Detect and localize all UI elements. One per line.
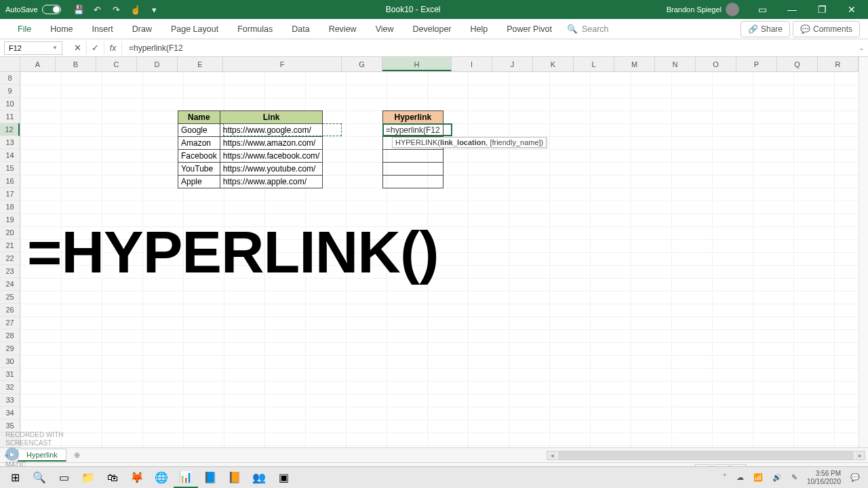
table-cell[interactable] (383, 150, 443, 163)
user-account[interactable]: Brandon Spiegel (660, 3, 746, 16)
accept-formula-icon[interactable]: ✓ (87, 41, 104, 55)
formula-input[interactable]: =hyperlink(F12 (122, 43, 854, 53)
column-headers[interactable]: ABCDEFGHIJKLMNOPQR (20, 57, 859, 72)
worksheet-grid[interactable]: ABCDEFGHIJKLMNOPQR 891011121314151617181… (0, 57, 868, 447)
row-header-18[interactable]: 18 (0, 201, 20, 214)
tab-formulas[interactable]: Formulas (228, 19, 282, 39)
table-cell[interactable]: https://www.google.com/ (220, 124, 323, 137)
share-button[interactable]: 🔗 Share (741, 21, 790, 37)
task-search-icon[interactable]: 🔍 (27, 468, 52, 488)
row-header-20[interactable]: 20 (0, 226, 20, 239)
autosave-toggle[interactable]: AutoSave (0, 5, 66, 14)
maximize-icon[interactable]: ❐ (808, 0, 835, 19)
tab-insert[interactable]: Insert (83, 19, 123, 39)
toggle-off-icon[interactable] (42, 5, 61, 14)
redo-icon[interactable]: ↷ (111, 4, 122, 15)
row-header-25[interactable]: 25 (0, 291, 20, 304)
tab-data[interactable]: Data (282, 19, 319, 39)
column-header-C[interactable]: C (96, 57, 137, 71)
row-header-11[interactable]: 11 (0, 110, 20, 123)
table-row[interactable]: Googlehttps://www.google.com/ (178, 124, 323, 137)
column-header-N[interactable]: N (655, 57, 696, 71)
table-cell[interactable]: https://www.apple.com/ (220, 176, 323, 188)
select-all-corner[interactable] (0, 57, 20, 72)
pen-icon[interactable]: ✎ (791, 473, 797, 482)
explorer-icon[interactable]: 📁 (76, 468, 100, 488)
column-header-R[interactable]: R (818, 57, 859, 71)
start-icon[interactable]: ⊞ (3, 468, 27, 488)
row-header-19[interactable]: 19 (0, 214, 20, 226)
store-icon[interactable]: 🛍 (100, 468, 125, 488)
tab-developer[interactable]: Developer (403, 19, 461, 39)
tray-up-icon[interactable]: ˄ (723, 473, 727, 482)
ribbon-display-icon[interactable]: ▭ (749, 0, 776, 19)
row-header-21[interactable]: 21 (0, 239, 20, 252)
scroll-thumb[interactable] (558, 451, 854, 460)
table-cell[interactable]: Facebook (178, 150, 220, 163)
qat-dropdown-icon[interactable]: ▾ (149, 4, 160, 15)
row-header-29[interactable]: 29 (0, 342, 20, 355)
table-cell[interactable]: https://www.amazon.com/ (220, 137, 323, 150)
row-header-9[interactable]: 9 (0, 85, 20, 98)
tab-file[interactable]: File (8, 19, 41, 39)
minimize-icon[interactable]: — (778, 0, 806, 19)
row-header-10[interactable]: 10 (0, 98, 20, 110)
windows-taskbar[interactable]: ⊞ 🔍 ▭ 📁 🛍 🦊 🌐 📊 📘 📙 👥 ▣ ˄ ☁ 📶 🔊 ✎ 3:56 P… (0, 466, 868, 488)
row-headers[interactable]: 8910111213141516171819202122232425262728… (0, 72, 20, 447)
undo-icon[interactable]: ↶ (92, 4, 103, 15)
firefox-icon[interactable]: 🦊 (125, 468, 149, 488)
tab-view[interactable]: View (366, 19, 403, 39)
sound-icon[interactable]: 🔊 (772, 473, 782, 482)
expand-formula-bar-icon[interactable]: ⌄ (854, 44, 868, 52)
tab-draw[interactable]: Draw (123, 19, 161, 39)
chevron-down-icon[interactable]: ▼ (52, 45, 58, 51)
row-header-27[interactable]: 27 (0, 317, 20, 329)
table-row[interactable]: YouTubehttps://www.youtube.com/ (178, 163, 323, 176)
table-cell[interactable]: https://www.facebook.com/ (220, 150, 323, 163)
row-header-34[interactable]: 34 (0, 407, 20, 420)
cell-editing[interactable]: =hyperlink(F12 (383, 124, 443, 137)
horizontal-scrollbar[interactable]: ◂ ▸ (547, 451, 865, 460)
row-header-16[interactable]: 16 (0, 175, 20, 188)
system-clock[interactable]: 3:56 PM 10/16/2020 (807, 470, 841, 486)
table-row[interactable]: Applehttps://www.apple.com/ (178, 176, 323, 188)
people-icon[interactable]: 👥 (247, 468, 271, 488)
table-cell[interactable] (383, 176, 443, 188)
column-header-K[interactable]: K (533, 57, 574, 71)
column-header-L[interactable]: L (574, 57, 614, 71)
comments-button[interactable]: 💬 Comments (793, 21, 860, 37)
row-header-22[interactable]: 22 (0, 252, 20, 265)
column-header-P[interactable]: P (736, 57, 777, 71)
row-header-23[interactable]: 23 (0, 265, 20, 278)
row-header-32[interactable]: 32 (0, 381, 20, 394)
tab-page-layout[interactable]: Page Layout (161, 19, 228, 39)
touch-mode-icon[interactable]: ☝ (130, 4, 141, 15)
tab-review[interactable]: Review (319, 19, 366, 39)
row-header-12[interactable]: 12 (0, 123, 20, 136)
close-icon[interactable]: ✕ (838, 0, 865, 19)
row-header-17[interactable]: 17 (0, 188, 20, 201)
hyperlink-table[interactable]: Hyperlink =hyperlink(F12 (382, 110, 443, 188)
row-header-13[interactable]: 13 (0, 136, 20, 149)
column-header-O[interactable]: O (696, 57, 736, 71)
table-cell[interactable]: YouTube (178, 163, 220, 176)
table-row[interactable]: Facebookhttps://www.facebook.com/ (178, 150, 323, 163)
wifi-icon[interactable]: 📶 (753, 473, 763, 482)
excel-icon[interactable]: 📊 (174, 468, 198, 488)
column-header-A[interactable]: A (20, 57, 56, 71)
table-cell[interactable]: Amazon (178, 137, 220, 150)
cancel-formula-icon[interactable]: ✕ (69, 41, 87, 55)
column-header-G[interactable]: G (342, 57, 382, 71)
column-header-Q[interactable]: Q (777, 57, 818, 71)
name-box[interactable]: F12 ▼ (4, 41, 62, 55)
powerpoint-icon[interactable]: 📙 (222, 468, 247, 488)
table-cell[interactable]: Apple (178, 176, 220, 188)
column-header-H[interactable]: H (382, 57, 452, 71)
tab-power-pivot[interactable]: Power Pivot (497, 19, 561, 39)
tab-home[interactable]: Home (41, 19, 82, 39)
tab-help[interactable]: Help (461, 19, 498, 39)
word-icon[interactable]: 📘 (198, 468, 222, 488)
add-sheet-icon[interactable]: ⊕ (71, 449, 84, 462)
source-table[interactable]: Name Link Googlehttps://www.google.com/A… (178, 110, 323, 188)
column-header-J[interactable]: J (492, 57, 533, 71)
